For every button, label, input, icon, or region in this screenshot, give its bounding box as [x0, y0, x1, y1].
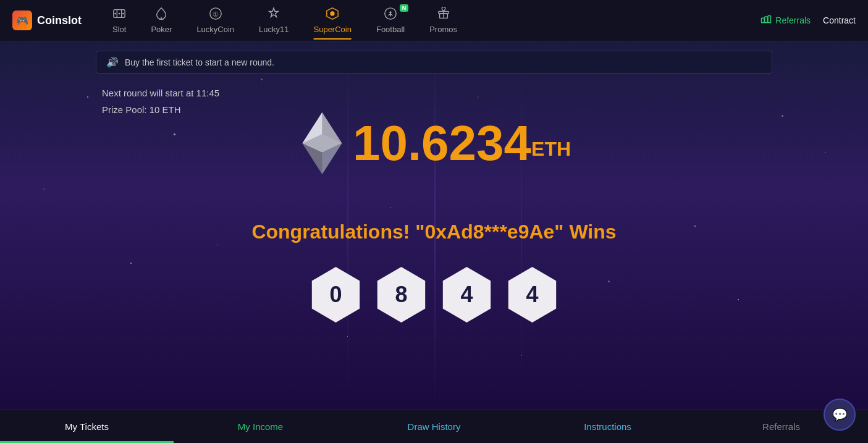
slot-icon [112, 7, 126, 22]
nav-supercoin-label: SuperCoin [314, 25, 352, 34]
luckycoin-icon: ① [209, 7, 222, 22]
football-icon [384, 7, 397, 22]
svg-point-3 [114, 13, 116, 15]
supercoin-icon [326, 7, 339, 22]
notification-message: Buy the first ticket to start a new roun… [125, 57, 274, 67]
logo-area[interactable]: 🎮 Coinslot [12, 11, 82, 30]
winning-number-0: 0 [308, 267, 364, 323]
svg-rect-22 [768, 16, 771, 23]
svg-point-11 [331, 11, 335, 15]
nav-promos-label: Promos [429, 25, 457, 34]
chat-icon: 💬 [832, 407, 848, 422]
tab-my-tickets-label: My Tickets [65, 421, 109, 432]
tab-instructions-label: Instructions [584, 421, 631, 432]
tab-my-income[interactable]: My Income [174, 410, 347, 443]
main-area: 🔊 Buy the first ticket to start a new ro… [0, 41, 868, 410]
main-nav: Slot Poker ① LuckyCoin [100, 2, 761, 39]
notification-bar: 🔊 Buy the first ticket to start a new ro… [96, 51, 772, 74]
nav-luckycoin-label: LuckyCoin [196, 25, 234, 34]
nav-lucky11-label: Lucky11 [259, 25, 289, 34]
svg-text:①: ① [213, 11, 219, 18]
speaker-icon: 🔊 [106, 56, 119, 68]
svg-marker-13 [389, 11, 392, 14]
tab-draw-history-label: Draw History [408, 421, 461, 432]
contract-label: Contract [823, 15, 856, 25]
svg-point-4 [119, 13, 120, 15]
nav-item-supercoin[interactable]: SuperCoin [301, 2, 364, 39]
header-right: Referrals Contract [761, 15, 856, 26]
eth-unit: ETH [531, 138, 571, 168]
referrals-icon [761, 15, 772, 26]
eth-logo [297, 109, 347, 177]
winning-numbers-row: 0 8 4 4 [308, 267, 560, 323]
nav-item-poker[interactable]: Poker [138, 2, 184, 39]
nav-item-promos[interactable]: Promos [417, 2, 470, 39]
app-name: Coinslot [37, 14, 82, 27]
tab-my-tickets[interactable]: My Tickets [0, 410, 174, 443]
congrats-text: Congratulations! "0xAd8***e9Ae" Wins [251, 221, 616, 243]
tab-my-income-label: My Income [238, 421, 283, 432]
referrals-button[interactable]: Referrals [761, 15, 811, 26]
eth-amount-container: 10.6234 ETH [353, 119, 571, 168]
tab-draw-history[interactable]: Draw History [347, 410, 521, 443]
bottom-nav: My Tickets My Income Draw History Instru… [0, 410, 868, 443]
eth-display: 10.6234 ETH [297, 109, 571, 177]
nav-poker-label: Poker [151, 25, 172, 34]
winning-number-3: 4 [505, 267, 560, 323]
prize-info: Next round will start at 11:45 Prize Poo… [102, 85, 219, 118]
svg-rect-20 [762, 18, 765, 23]
winning-number-1: 8 [374, 267, 429, 323]
logo-icon: 🎮 [12, 11, 32, 30]
nav-slot-label: Slot [112, 25, 126, 34]
referrals-label: Referrals [775, 15, 811, 25]
tab-referrals-label: Referrals [762, 421, 800, 432]
promos-icon [437, 7, 450, 22]
svg-rect-21 [765, 17, 768, 23]
svg-point-5 [122, 13, 124, 15]
tab-instructions[interactable]: Instructions [521, 410, 694, 443]
nav-football-label: Football [376, 25, 405, 34]
nav-item-slot[interactable]: Slot [100, 2, 138, 39]
next-round-label: Next round will start at 11:45 [102, 85, 219, 101]
contract-button[interactable]: Contract [823, 15, 856, 25]
poker-icon [154, 7, 168, 22]
nav-item-lucky11[interactable]: Lucky11 [246, 2, 301, 39]
eth-amount: 10.6234 [353, 119, 531, 168]
header: 🎮 Coinslot Slot [0, 0, 868, 41]
winning-number-2: 4 [439, 267, 495, 323]
chat-button[interactable]: 💬 [824, 399, 856, 431]
lucky11-icon [267, 7, 280, 22]
prize-pool-label: Prize Pool: 10 ETH [102, 101, 219, 118]
nav-item-luckycoin[interactable]: ① LuckyCoin [184, 2, 246, 39]
football-badge: N [400, 4, 409, 12]
nav-item-football[interactable]: N Football [364, 2, 417, 39]
